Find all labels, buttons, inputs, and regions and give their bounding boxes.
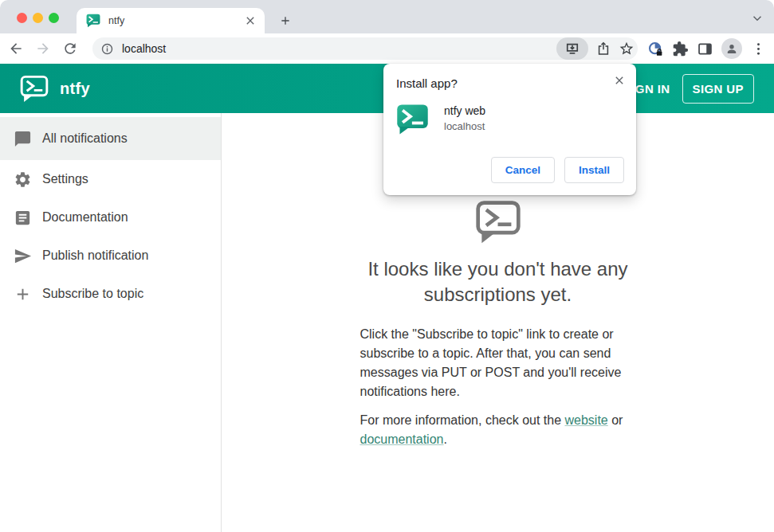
url-text[interactable]: localhost <box>122 42 556 55</box>
paragraph-text: or <box>608 413 623 427</box>
site-info-icon[interactable] <box>100 42 114 56</box>
website-link[interactable]: website <box>565 413 608 427</box>
dialog-app-origin: localhost <box>444 120 485 132</box>
password-extension-icon[interactable] <box>647 41 664 57</box>
ntfy-favicon-icon <box>86 14 100 28</box>
browser-toolbar: localhost <box>0 33 774 64</box>
traffic-light-minimize-button[interactable] <box>33 13 43 23</box>
tab-close-icon[interactable] <box>244 14 257 27</box>
dialog-title: Install app? <box>396 76 623 90</box>
tab-title: ntfy <box>108 15 244 26</box>
share-button[interactable] <box>595 41 611 57</box>
sidebar-item-label: All notifications <box>42 131 128 146</box>
empty-state-paragraph: Click the "Subscribe to topic" link to c… <box>360 325 636 401</box>
bookmark-star-button[interactable] <box>619 41 635 57</box>
paragraph-text: . <box>443 432 446 446</box>
new-tab-button[interactable] <box>274 10 297 32</box>
cancel-button[interactable]: Cancel <box>491 157 555 183</box>
extensions-puzzle-icon[interactable] <box>672 41 689 57</box>
sidebar-item-documentation[interactable]: Documentation <box>0 198 221 237</box>
ntfy-app-icon <box>396 104 429 135</box>
brand-name: ntfy <box>60 80 90 98</box>
profile-avatar[interactable] <box>721 38 742 59</box>
article-icon <box>14 209 32 227</box>
paragraph-text: For more information, check out the <box>360 413 565 427</box>
install-button[interactable]: Install <box>564 157 624 183</box>
traffic-light-zoom-button[interactable] <box>49 13 59 23</box>
install-app-dialog: Install app? ntfy web localhost Cancel I… <box>383 64 636 195</box>
sidebar-item-label: Settings <box>42 172 88 186</box>
install-app-icon <box>564 41 580 57</box>
documentation-link[interactable]: documentation <box>360 432 444 446</box>
plus-icon <box>279 14 292 27</box>
forward-button[interactable] <box>35 41 51 57</box>
tab-search-chevron-icon[interactable] <box>750 11 764 25</box>
dialog-close-icon[interactable] <box>613 74 626 87</box>
empty-state-heading: It looks like you don't have any subscri… <box>339 256 658 307</box>
person-icon <box>725 41 739 56</box>
browser-menu-button[interactable] <box>750 41 767 57</box>
dialog-app-name: ntfy web <box>444 104 485 117</box>
send-icon <box>14 247 32 265</box>
back-button[interactable] <box>8 41 24 57</box>
gear-icon <box>14 170 32 189</box>
ntfy-terminal-icon <box>474 199 522 244</box>
chat-bubble-icon <box>14 130 32 148</box>
sidebar-item-label: Documentation <box>42 210 128 225</box>
reload-button[interactable] <box>62 41 78 57</box>
sidebar-item-label: Subscribe to topic <box>42 287 143 301</box>
sidebar-item-all-notifications[interactable]: All notifications <box>0 117 221 160</box>
plus-icon <box>14 285 32 303</box>
sidebar: All notifications Settings Documentation… <box>0 113 222 532</box>
ntfy-logo-icon <box>19 75 49 102</box>
install-app-button[interactable] <box>556 37 588 60</box>
browser-window: ntfy localhost <box>0 0 774 532</box>
side-panel-icon[interactable] <box>697 41 713 57</box>
sidebar-item-subscribe-to-topic[interactable]: Subscribe to topic <box>0 275 221 313</box>
sidebar-item-label: Publish notification <box>42 248 148 263</box>
address-bar[interactable]: localhost <box>92 37 638 60</box>
tab-strip: ntfy <box>0 0 774 33</box>
sign-up-button[interactable]: SIGN UP <box>682 74 754 104</box>
empty-state-paragraph: For more information, check out the webs… <box>360 411 636 449</box>
sidebar-item-publish-notification[interactable]: Publish notification <box>0 237 221 275</box>
sidebar-item-settings[interactable]: Settings <box>0 160 221 198</box>
browser-tab[interactable]: ntfy <box>77 8 265 33</box>
empty-state: It looks like you don't have any subscri… <box>339 199 658 449</box>
traffic-light-close-button[interactable] <box>17 13 27 23</box>
